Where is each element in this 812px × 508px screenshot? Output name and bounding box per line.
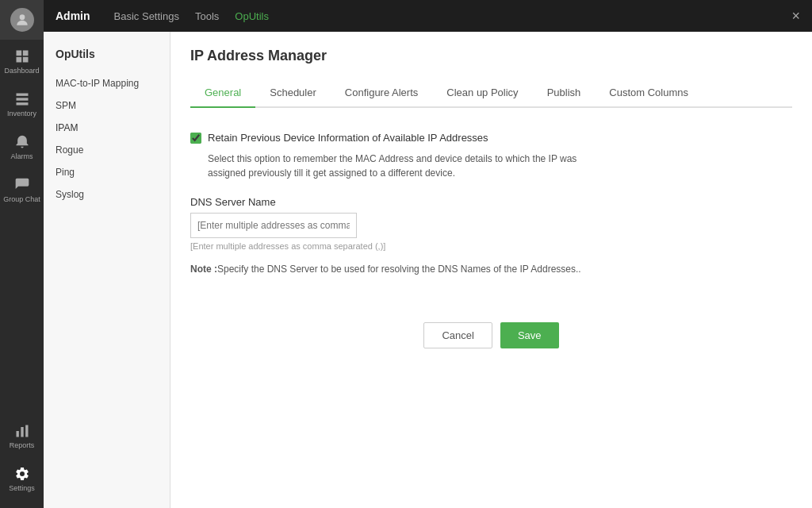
tab-configure-alerts[interactable]: Configure Alerts bbox=[331, 79, 433, 108]
svg-rect-4 bbox=[22, 57, 28, 63]
checkbox-row: Retain Previous Device Information of Av… bbox=[190, 132, 792, 144]
alarms-icon bbox=[13, 133, 31, 151]
svg-rect-6 bbox=[16, 98, 28, 100]
menu-item-ipam[interactable]: IPAM bbox=[44, 117, 170, 139]
sidebar-bottom: Reports Settings bbox=[0, 414, 44, 508]
dns-field-label: DNS Server Name bbox=[190, 196, 792, 208]
sidebar-item-inventory[interactable]: Inventory bbox=[0, 83, 44, 125]
alarms-label: Alarms bbox=[10, 152, 33, 160]
svg-rect-7 bbox=[16, 102, 28, 105]
svg-rect-1 bbox=[16, 51, 21, 56]
svg-rect-8 bbox=[16, 431, 18, 437]
inventory-label: Inventory bbox=[7, 110, 36, 117]
groupchat-icon bbox=[13, 176, 31, 194]
tab-general[interactable]: General bbox=[190, 79, 255, 108]
checkbox-label: Retain Previous Device Information of Av… bbox=[208, 132, 488, 144]
svg-rect-5 bbox=[16, 94, 28, 96]
svg-point-0 bbox=[19, 14, 25, 20]
note-text: Note :Specify the DNS Server to be used … bbox=[190, 264, 587, 275]
menu-item-syslog[interactable]: Syslog bbox=[44, 183, 170, 206]
left-panel-title: OpUtils bbox=[44, 40, 170, 72]
nav-basic-settings[interactable]: Basic Settings bbox=[114, 10, 179, 22]
tabs: General Scheduler Configure Alerts Clean… bbox=[190, 79, 792, 108]
close-icon[interactable]: × bbox=[791, 8, 800, 25]
avatar bbox=[0, 0, 44, 40]
retain-checkbox[interactable] bbox=[190, 133, 201, 144]
description-text: Select this option to remember the MAC A… bbox=[208, 152, 604, 180]
inventory-icon bbox=[13, 90, 31, 108]
menu-item-mac[interactable]: MAC-to-IP Mapping bbox=[44, 72, 170, 94]
reports-label: Reports bbox=[10, 441, 35, 449]
sidebar-item-reports[interactable]: Reports bbox=[0, 414, 44, 457]
svg-rect-9 bbox=[21, 427, 23, 437]
save-button[interactable]: Save bbox=[500, 322, 559, 348]
sidebar: Dashboard Inventory Alarms Group Chat Re… bbox=[0, 0, 44, 508]
nav-tools[interactable]: Tools bbox=[195, 10, 219, 22]
settings-icon bbox=[13, 465, 31, 483]
left-panel: OpUtils MAC-to-IP Mapping SPM IPAM Rogue… bbox=[44, 32, 170, 508]
tab-cleanup-policy[interactable]: Clean up Policy bbox=[432, 79, 532, 108]
action-bar: Cancel Save bbox=[190, 322, 792, 348]
tab-publish[interactable]: Publish bbox=[533, 79, 596, 108]
main-wrapper: Admin Basic Settings Tools OpUtils × OpU… bbox=[44, 0, 812, 508]
svg-rect-10 bbox=[25, 425, 28, 437]
dashboard-label: Dashboard bbox=[4, 67, 39, 75]
sidebar-item-settings[interactable]: Settings bbox=[0, 457, 44, 500]
svg-rect-2 bbox=[22, 51, 28, 56]
note-label: Note : bbox=[190, 264, 217, 275]
sidebar-item-alarms[interactable]: Alarms bbox=[0, 125, 44, 168]
form-content: Retain Previous Device Information of Av… bbox=[190, 124, 792, 283]
settings-label: Settings bbox=[9, 484, 35, 492]
menu-item-ping[interactable]: Ping bbox=[44, 161, 170, 183]
tab-scheduler[interactable]: Scheduler bbox=[255, 79, 331, 108]
sidebar-item-dashboard[interactable]: Dashboard bbox=[0, 40, 44, 83]
menu-item-rogue[interactable]: Rogue bbox=[44, 139, 170, 161]
page-title: IP Address Manager bbox=[190, 48, 792, 64]
topbar: Admin Basic Settings Tools OpUtils × bbox=[44, 0, 812, 32]
input-hint: [Enter multiple addresses as comma separ… bbox=[190, 241, 792, 251]
nav-oputils[interactable]: OpUtils bbox=[235, 10, 269, 22]
svg-rect-3 bbox=[16, 57, 21, 63]
dns-input[interactable] bbox=[190, 213, 357, 238]
reports-icon bbox=[13, 422, 31, 440]
dashboard-icon bbox=[13, 48, 31, 65]
sidebar-item-groupchat[interactable]: Group Chat bbox=[0, 168, 44, 211]
content-area: OpUtils MAC-to-IP Mapping SPM IPAM Rogue… bbox=[44, 32, 812, 508]
user-avatar bbox=[10, 8, 34, 32]
menu-item-spm[interactable]: SPM bbox=[44, 94, 170, 117]
note-content: Specify the DNS Server to be used for re… bbox=[217, 264, 581, 275]
main-panel: IP Address Manager General Scheduler Con… bbox=[170, 32, 812, 508]
groupchat-label: Group Chat bbox=[3, 195, 40, 203]
topbar-nav: Basic Settings Tools OpUtils bbox=[114, 10, 792, 22]
tab-custom-columns[interactable]: Custom Columns bbox=[595, 79, 703, 108]
cancel-button[interactable]: Cancel bbox=[423, 322, 492, 348]
app-title: Admin bbox=[56, 10, 90, 22]
